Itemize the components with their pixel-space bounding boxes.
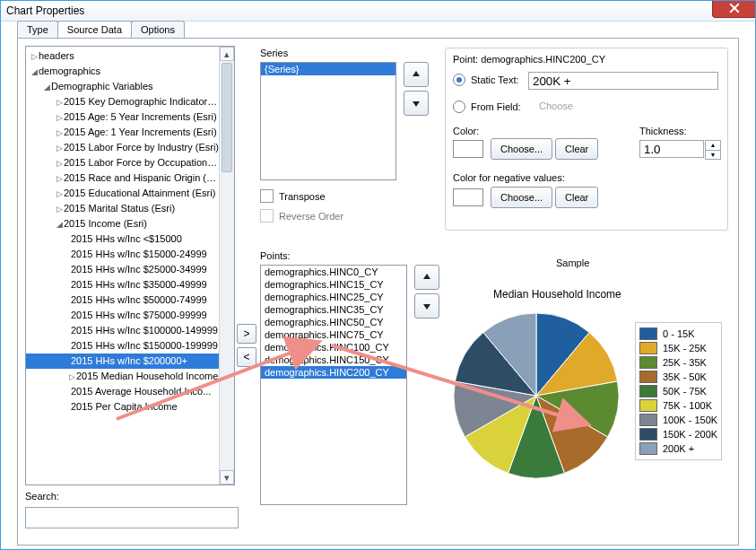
legend-label: 75K - 100K [663, 400, 712, 411]
tree-leaf[interactable]: 2015 HHs w/Inc $150000-199999 [71, 340, 218, 351]
remove-point-button[interactable]: < [237, 347, 256, 367]
tree-node[interactable]: 2015 Race and Hispanic Origin (E... [64, 172, 220, 183]
pie-chart [447, 306, 626, 485]
search-input[interactable] [25, 507, 239, 528]
tree-node[interactable]: 2015 Income (Esri) [64, 218, 147, 229]
points-item[interactable]: demographics.HINC25_CY [261, 291, 406, 303]
scroll-up-button[interactable]: ▴ [220, 47, 234, 61]
tree-leaf[interactable]: 2015 HHs w/Inc $15000-24999 [71, 249, 207, 259]
close-icon [729, 3, 740, 13]
tree-node[interactable]: 2015 Age: 1 Year Increments (Esri) [64, 127, 217, 137]
points-item[interactable]: demographics.HINC150_CY [261, 354, 406, 366]
tree-node[interactable]: 2015 Marital Status (Esri) [64, 203, 175, 214]
tree-leaf[interactable]: 2015 Average Household Inco... [71, 386, 211, 397]
chart-legend: 0 - 15K15K - 25K25K - 35K35K - 50K50K - … [635, 322, 722, 460]
spin-down-icon[interactable]: ▼ [706, 151, 720, 160]
tree-leaf[interactable]: 2015 HHs w/Inc $75000-99999 [71, 310, 207, 320]
arrow-down-icon [421, 301, 432, 311]
tab-source-data[interactable]: Source Data [57, 21, 132, 38]
legend-item: 75K - 100K [639, 398, 717, 413]
chart-title: Median Household Income [493, 288, 621, 301]
reverse-order-checkbox[interactable]: Reverse Order [260, 209, 343, 223]
close-button[interactable] [712, 0, 756, 18]
points-item[interactable]: demographics.HINC15_CY [261, 278, 406, 291]
legend-swatch [639, 327, 657, 340]
legend-label: 25K - 35K [663, 357, 707, 368]
legend-label: 50K - 75K [663, 386, 707, 397]
thickness-spinner[interactable]: ▲ ▼ [705, 140, 721, 160]
from-field-radio[interactable]: From Field: [453, 100, 521, 113]
legend-swatch [639, 342, 657, 354]
scroll-thumb[interactable] [222, 63, 232, 172]
legend-item: 100K - 150K [639, 413, 717, 427]
color-swatch[interactable] [453, 140, 483, 158]
field-tree[interactable]: ▷headers ◢demographics ◢Demographic Vari… [25, 46, 235, 485]
tab-panel: ▷headers ◢demographics ◢Demographic Vari… [17, 38, 739, 546]
tree-leaf[interactable]: 2015 HHs w/Inc $50000-74999 [71, 294, 207, 305]
tree-leaf[interactable]: 2015 Median Household Income [76, 371, 218, 381]
series-move-up-button[interactable] [404, 62, 429, 87]
tree-node[interactable]: 2015 Labor Force by Industry (Esri) [64, 142, 219, 153]
scroll-down-button[interactable]: ▾ [220, 470, 234, 485]
series-item[interactable]: {Series} [261, 63, 395, 75]
arrow-up-icon [411, 69, 421, 80]
tree-node[interactable]: 2015 Key Demographic Indicators... [64, 96, 220, 107]
sample-label: Sample [556, 258, 589, 268]
points-move-down-button[interactable] [414, 293, 439, 319]
add-point-button[interactable]: > [237, 324, 256, 344]
tab-type[interactable]: Type [17, 21, 58, 38]
color-label: Color: [453, 126, 479, 136]
tab-options[interactable]: Options [131, 21, 185, 38]
points-item[interactable]: demographics.HINC100_CY [261, 341, 406, 354]
legend-item: 35K - 50K [639, 370, 717, 384]
series-move-down-button[interactable] [404, 91, 429, 116]
tabs: Type Source Data Options [17, 21, 184, 38]
points-item[interactable]: demographics.HINC35_CY [261, 303, 406, 316]
legend-label: 15K - 25K [663, 343, 707, 354]
arrow-up-icon [421, 272, 432, 283]
spin-up-icon[interactable]: ▲ [706, 141, 720, 151]
points-item[interactable]: demographics.HINC200_CY [261, 366, 406, 379]
tree-leaf[interactable]: 2015 HHs w/Inc <$15000 [71, 233, 182, 244]
color-neg-label: Color for negative values: [453, 172, 565, 183]
points-move-up-button[interactable] [414, 265, 439, 290]
legend-swatch [639, 414, 657, 426]
tree-leaf-selected[interactable]: 2015 HHs w/Inc $200000+ [71, 355, 187, 366]
points-item[interactable]: demographics.HINC75_CY [261, 328, 406, 341]
points-item[interactable]: demographics.HINC50_CY [261, 316, 406, 328]
legend-swatch [639, 371, 657, 383]
legend-label: 200K + [663, 443, 694, 454]
legend-swatch [639, 442, 657, 455]
legend-swatch [639, 385, 657, 397]
color-clear-button[interactable]: Clear [555, 138, 598, 160]
tree-node[interactable]: 2015 Labor Force by Occupation (... [64, 157, 220, 168]
legend-swatch [639, 356, 657, 369]
color-neg-choose-button[interactable]: Choose... [491, 187, 552, 208]
legend-item: 50K - 75K [639, 384, 717, 398]
color-neg-clear-button[interactable]: Clear [555, 187, 598, 208]
tree-node[interactable]: demographics [39, 65, 100, 76]
tree-leaf[interactable]: 2015 HHs w/Inc $100000-149999 [71, 325, 218, 336]
color-choose-button[interactable]: Choose... [491, 138, 552, 160]
tree-node[interactable]: 2015 Educational Attainment (Esri) [64, 188, 215, 198]
chart-properties-window: Chart Properties Type Source Data Option… [0, 0, 756, 550]
tree-node[interactable]: 2015 Age: 5 Year Increments (Esri) [64, 111, 217, 122]
from-field-choose[interactable]: Choose [539, 100, 573, 111]
points-list[interactable]: demographics.HINC0_CYdemographics.HINC15… [260, 265, 407, 505]
static-text-radio[interactable]: Static Text: [453, 74, 519, 86]
tree-leaf[interactable]: 2015 HHs w/Inc $25000-34999 [71, 264, 207, 275]
static-text-input[interactable] [528, 72, 718, 90]
legend-item: 25K - 35K [639, 355, 717, 370]
points-item[interactable]: demographics.HINC0_CY [261, 266, 406, 278]
tree-leaf[interactable]: 2015 HHs w/Inc $35000-49999 [71, 279, 207, 290]
tree-scrollbar[interactable]: ▴ ▾ [219, 47, 234, 485]
legend-item: 0 - 15K [639, 327, 717, 341]
tree-node[interactable]: headers [39, 50, 74, 61]
series-list[interactable]: {Series} [260, 62, 396, 180]
thickness-input[interactable] [639, 140, 704, 158]
transpose-checkbox[interactable]: Transpose [260, 189, 326, 203]
tree-node[interactable]: Demographic Variables [51, 81, 153, 92]
point-properties-group: Point: demographics.HINC200_CY Static Te… [445, 48, 728, 231]
tree-leaf[interactable]: 2015 Per Capita Income [71, 401, 178, 412]
color-neg-swatch[interactable] [453, 188, 483, 206]
